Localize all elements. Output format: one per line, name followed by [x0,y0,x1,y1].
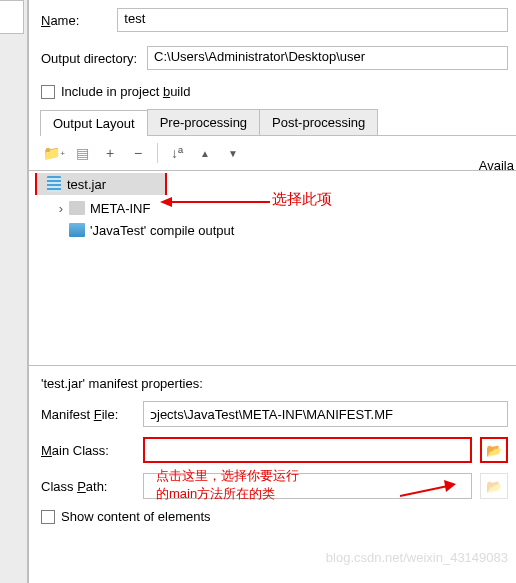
include-checkbox[interactable] [41,85,55,99]
svg-marker-3 [444,480,456,492]
tree: test.jar › META-INF 'JavaTest' compile o… [29,170,516,361]
svg-line-2 [400,486,448,496]
manifest-file-row: Manifest File: ɔjects\JavaTest\META-INF\… [41,401,516,427]
main-class-input[interactable] [143,437,472,463]
main-class-row: Main Class: 📂 [41,437,516,463]
main-class-browse-button[interactable]: 📂 [480,437,508,463]
name-label: Name: [41,13,79,28]
available-label: Availa [479,158,514,173]
outdir-row: Output directory: C:\Users\Administrator… [41,46,516,70]
name-row: Name: test [41,8,516,32]
expand-icon[interactable]: › [55,201,67,216]
folder-open-icon: 📂 [486,443,502,458]
tree-item-compile[interactable]: 'JavaTest' compile output [29,219,516,241]
toolbar: 📁+ ▤ + − ↓ª ▲ ▼ [41,136,516,170]
include-label: Include in project build [61,84,190,99]
class-path-label: Class Path: [41,479,143,494]
outdir-label: Output directory: [41,51,137,66]
archive-icon[interactable]: ▤ [73,144,91,162]
toolbar-separator [157,143,158,163]
tree-item-metainf[interactable]: › META-INF [29,197,516,219]
tabbar: Output Layout Pre-processing Post-proces… [40,109,516,136]
tab-output-layout[interactable]: Output Layout [40,110,148,136]
new-folder-icon[interactable]: 📁+ [45,144,63,162]
svg-marker-1 [160,197,172,207]
include-row: Include in project build [41,84,516,99]
folder-icon [69,201,85,215]
tree-item-compile-label: 'JavaTest' compile output [90,223,234,238]
jar-icon [47,176,61,192]
annotation-arrow-2 [400,480,460,500]
main-class-label: Main Class: [41,443,143,458]
tree-whitespace [29,241,516,361]
tab-post-processing[interactable]: Post-processing [259,109,378,135]
name-input[interactable]: test [117,8,508,32]
add-icon[interactable]: + [101,144,119,162]
tree-item-metainf-label: META-INF [90,201,150,216]
move-up-icon[interactable]: ▲ [196,144,214,162]
class-path-browse-button[interactable]: 📂 [480,473,508,499]
folder-open-icon: 📂 [486,479,502,494]
left-collapsed-tab[interactable] [0,0,24,34]
tree-item-jar[interactable]: test.jar [37,173,165,195]
move-down-icon[interactable]: ▼ [224,144,242,162]
tree-item-jar-wrap: test.jar [35,173,167,195]
remove-icon[interactable]: − [129,144,147,162]
show-content-checkbox[interactable] [41,510,55,524]
show-content-label: Show content of elements [61,509,211,524]
outdir-input[interactable]: C:\Users\Administrator\Desktop\user [147,46,508,70]
manifest-props-header: 'test.jar' manifest properties: [41,376,516,391]
tab-pre-processing[interactable]: Pre-processing [147,109,260,135]
divider [29,365,516,366]
show-content-row: Show content of elements [41,509,516,524]
tree-item-jar-label: test.jar [67,177,106,192]
sort-icon[interactable]: ↓ª [168,144,186,162]
module-icon [69,223,85,237]
left-gutter [0,0,28,583]
manifest-file-input[interactable]: ɔjects\JavaTest\META-INF\MANIFEST.MF [143,401,508,427]
manifest-file-label: Manifest File: [41,407,143,422]
annotation-arrow-1 [160,194,270,210]
